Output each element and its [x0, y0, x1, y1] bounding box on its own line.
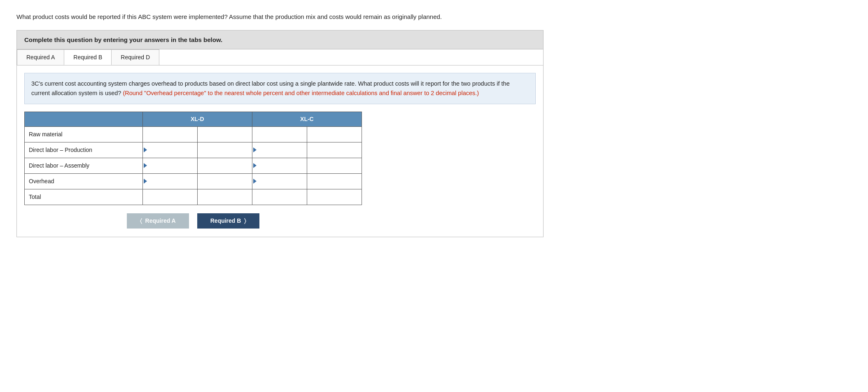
tab-content: 3C's current cost accounting system char…: [17, 65, 543, 237]
next-button-label: Required B: [210, 217, 241, 224]
cell-xld-dlp-input2[interactable]: [197, 142, 252, 158]
table-header-label: [25, 112, 143, 126]
cell-xlc-dla-input1[interactable]: [252, 158, 307, 173]
input-xld-dlp-2[interactable]: [198, 142, 252, 158]
input-xlc-dlp-2[interactable]: [307, 142, 362, 158]
cell-xld-raw-input1[interactable]: [142, 126, 197, 142]
tab-required-b[interactable]: Required B: [64, 49, 112, 65]
cell-xlc-dlp-input1[interactable]: [252, 142, 307, 158]
cell-xld-dla-input2[interactable]: [197, 158, 252, 173]
description-red: (Round "Overhead percentage" to the near…: [121, 90, 479, 96]
cell-xlc-total-input2[interactable]: [307, 189, 362, 205]
input-xlc-raw-1[interactable]: [252, 127, 307, 142]
input-xld-raw-2[interactable]: [198, 127, 252, 142]
cost-table: XL-D XL-C Raw material: [24, 112, 362, 205]
table-row: Overhead: [25, 173, 362, 189]
row-label-dl-production: Direct labor – Production: [25, 142, 143, 158]
cell-xlc-raw-input2[interactable]: [307, 126, 362, 142]
input-xlc-oh-2[interactable]: [307, 174, 362, 189]
cell-xlc-oh-input1[interactable]: [252, 173, 307, 189]
table-header-xlc: XL-C: [252, 112, 362, 126]
row-label-total: Total: [25, 189, 143, 205]
table-row: Direct labor – Assembly: [25, 158, 362, 173]
intro-text: What product costs would be reported if …: [16, 12, 552, 22]
description-box: 3C's current cost accounting system char…: [24, 73, 536, 104]
cell-xlc-total-input1[interactable]: [252, 189, 307, 205]
arrow-icon: [253, 163, 257, 168]
arrow-icon: [144, 179, 147, 184]
arrow-icon: [144, 147, 147, 152]
outer-box: Complete this question by entering your …: [16, 30, 544, 237]
cell-xld-dlp-input1[interactable]: [142, 142, 197, 158]
cell-xld-total-input1[interactable]: [142, 189, 197, 205]
cell-xlc-dlp-input2[interactable]: [307, 142, 362, 158]
input-xlc-dlp-1[interactable]: [252, 142, 307, 158]
prev-arrow-icon: 〈: [140, 217, 142, 224]
table-row: Direct labor – Production: [25, 142, 362, 158]
arrow-icon: [253, 147, 257, 152]
tab-required-a[interactable]: Required A: [17, 49, 64, 65]
next-arrow-icon: 〉: [244, 217, 246, 224]
input-xld-oh-1[interactable]: [143, 174, 197, 189]
buttons-row: 〈 Required A Required B 〉: [24, 213, 362, 229]
input-xld-total-1[interactable]: [143, 189, 197, 205]
cell-xlc-raw-input1[interactable]: [252, 126, 307, 142]
row-label-raw-material: Raw material: [25, 126, 143, 142]
input-xlc-total-2[interactable]: [307, 189, 362, 205]
row-label-overhead: Overhead: [25, 173, 143, 189]
prev-button[interactable]: 〈 Required A: [127, 213, 189, 229]
input-xlc-dla-2[interactable]: [307, 158, 362, 173]
input-xld-raw-1[interactable]: [143, 127, 197, 142]
tab-required-d[interactable]: Required D: [111, 49, 159, 65]
arrow-icon: [144, 163, 147, 168]
input-xlc-oh-1[interactable]: [252, 174, 307, 189]
cell-xld-raw-input2[interactable]: [197, 126, 252, 142]
input-xld-dla-1[interactable]: [143, 158, 197, 173]
prev-button-label: Required A: [145, 217, 176, 224]
input-xld-dla-2[interactable]: [198, 158, 252, 173]
input-xld-dlp-1[interactable]: [143, 142, 197, 158]
table-row: Raw material: [25, 126, 362, 142]
input-xlc-raw-2[interactable]: [307, 127, 362, 142]
input-xld-total-2[interactable]: [198, 189, 252, 205]
arrow-icon: [253, 179, 257, 184]
cell-xld-dla-input1[interactable]: [142, 158, 197, 173]
cell-xld-oh-input1[interactable]: [142, 173, 197, 189]
table-row: Total: [25, 189, 362, 205]
cell-xld-oh-input2[interactable]: [197, 173, 252, 189]
tabs-row: Required A Required B Required D: [17, 49, 543, 65]
input-xld-oh-2[interactable]: [198, 174, 252, 189]
cell-xlc-oh-input2[interactable]: [307, 173, 362, 189]
cell-xld-total-input2[interactable]: [197, 189, 252, 205]
table-header-xld: XL-D: [142, 112, 252, 126]
cell-xlc-dla-input2[interactable]: [307, 158, 362, 173]
input-xlc-total-1[interactable]: [252, 189, 307, 205]
next-button[interactable]: Required B 〉: [197, 213, 260, 229]
row-label-dl-assembly: Direct labor – Assembly: [25, 158, 143, 173]
instruction-bar: Complete this question by entering your …: [17, 30, 543, 49]
input-xlc-dla-1[interactable]: [252, 158, 307, 173]
